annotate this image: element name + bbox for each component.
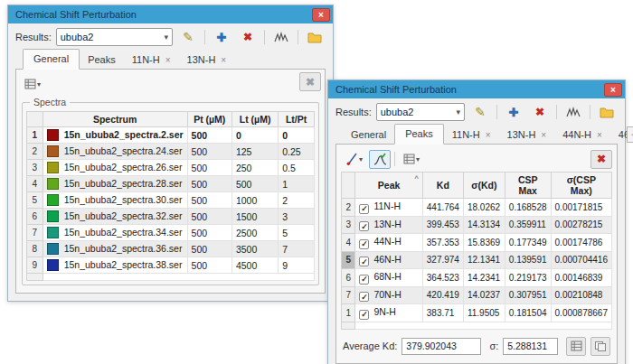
table-row[interactable]: 1 15n_ububa2_spectra.2.ser 500 0 0 bbox=[27, 127, 315, 144]
show-peaks-button[interactable] bbox=[270, 28, 292, 47]
tab-11n-h[interactable]: 11N-H× bbox=[444, 126, 499, 144]
chevron-down-icon: ▾ bbox=[416, 155, 420, 163]
table-row[interactable]: 7 15n_ububa2_spectra.34.ser 500 2500 5 bbox=[27, 225, 315, 241]
results-combobox[interactable]: ububa2 ▾ bbox=[56, 28, 173, 46]
peak-name: 9N-H bbox=[373, 306, 396, 317]
table-row[interactable]: 8 15n_ububa2_spectra.36.ser 500 3500 7 bbox=[27, 241, 315, 257]
average-kd-field[interactable]: 379.902043 bbox=[402, 338, 481, 355]
row-number[interactable]: 2 bbox=[27, 144, 43, 160]
panel-toolbar: ▾ ▾ ✖ bbox=[341, 148, 612, 170]
peak-name: 13N-H bbox=[373, 219, 401, 229]
row-number[interactable]: 2 bbox=[342, 199, 355, 217]
table-view-button[interactable] bbox=[566, 337, 586, 356]
table-menu-button[interactable]: ▾ bbox=[22, 75, 43, 94]
titlebar[interactable]: Chemical Shift Perturbation × bbox=[8, 5, 333, 23]
row-number-current[interactable]: 5 bbox=[342, 251, 355, 269]
col-header-lt[interactable]: Lt (µM) bbox=[231, 112, 278, 127]
row-number[interactable]: 8 bbox=[27, 241, 43, 257]
tab-general[interactable]: General bbox=[23, 49, 80, 70]
row-number[interactable]: 7 bbox=[342, 286, 355, 304]
sigma-field[interactable]: 5.288131 bbox=[503, 338, 558, 355]
col-header-pt[interactable]: Pt (µM) bbox=[187, 112, 231, 127]
table-row[interactable]: 5 15n_ububa2_spectra.30.ser 500 1000 2 bbox=[27, 192, 315, 209]
col-header-csp-max[interactable]: CSP Max bbox=[505, 173, 551, 199]
table-row[interactable]: 9 15n_ububa2_spectra.38.ser 500 4500 9 bbox=[27, 257, 315, 274]
close-button[interactable]: × bbox=[604, 83, 622, 97]
peak-picker-button[interactable]: ▾ bbox=[341, 150, 366, 169]
table-row[interactable]: 4 ✓44N-H 357.353 15.8369 0.177349 0.0017… bbox=[342, 234, 612, 252]
table-menu-button[interactable]: ▾ bbox=[399, 150, 424, 169]
table-row[interactable]: 5 ✓46N-H 327.974 12.1341 0.139591 0.0007… bbox=[342, 251, 612, 269]
table-row[interactable]: 1 ✓9N-H 383.71 11.9505 0.181504 0.000878… bbox=[342, 304, 612, 322]
row-number[interactable]: 6 bbox=[342, 269, 355, 287]
tab-11n-h[interactable]: 11N-H× bbox=[124, 51, 179, 69]
table-row[interactable]: 4 15n_ububa2_spectra.28.ser 500 500 1 bbox=[27, 176, 315, 192]
pick-peaks-button[interactable] bbox=[369, 150, 391, 169]
tab-44n-h[interactable]: 44N-H× bbox=[554, 126, 610, 144]
col-header-sigma-csp-max[interactable]: σ(CSP Max) bbox=[551, 173, 611, 199]
peak-name: 68N-H bbox=[373, 271, 401, 282]
toolbar-separator bbox=[204, 30, 205, 44]
peak-checkbox[interactable]: ✓ bbox=[359, 239, 369, 249]
tab-scroll-left-button[interactable]: ◀ bbox=[627, 126, 633, 143]
peak-checkbox[interactable]: ✓ bbox=[359, 204, 369, 214]
edit-result-button[interactable]: ✎ bbox=[177, 28, 199, 47]
row-number[interactable]: 1 bbox=[342, 304, 355, 322]
csp-max-value: 0.177349 bbox=[505, 234, 551, 252]
tab-13n-h[interactable]: 13N-H× bbox=[179, 51, 235, 69]
add-result-button[interactable]: ✚ bbox=[211, 28, 232, 47]
peak-checkbox[interactable]: ✓ bbox=[359, 257, 369, 266]
edit-result-button[interactable]: ✎ bbox=[469, 103, 491, 122]
table-row[interactable]: 3 ✓13N-H 399.453 14.3134 0.359911 0.0027… bbox=[342, 216, 612, 234]
tab-close-icon[interactable]: × bbox=[221, 55, 226, 65]
table-row[interactable]: 7 ✓70N-H 420.419 14.0237 0.307951 0.0021… bbox=[342, 286, 612, 304]
open-folder-button[interactable] bbox=[304, 28, 326, 47]
table-row[interactable]: 3 15n_ububa2_spectra.26.ser 500 250 0.5 bbox=[27, 160, 315, 176]
row-number[interactable]: 9 bbox=[27, 257, 43, 274]
row-number[interactable]: 7 bbox=[27, 225, 43, 241]
results-combobox[interactable]: ububa2 ▾ bbox=[376, 103, 465, 121]
tab-close-icon[interactable]: × bbox=[165, 55, 171, 65]
tab-46n-h[interactable]: 46N bbox=[610, 126, 627, 144]
tab-general[interactable]: General bbox=[343, 126, 394, 144]
results-row: Results: ububa2 ▾ ✎ ✚ ✖ bbox=[8, 23, 333, 50]
table-row[interactable]: 2 15n_ububa2_spectra.24.ser 500 125 0.25 bbox=[27, 144, 315, 160]
table-row[interactable]: 6 15n_ububa2_spectra.32.ser 500 1500 3 bbox=[27, 209, 315, 225]
peak-checkbox[interactable]: ✓ bbox=[359, 275, 369, 285]
row-number[interactable]: 4 bbox=[27, 176, 43, 192]
col-header-peak[interactable]: Peak^ bbox=[355, 173, 422, 199]
tab-close-icon[interactable]: × bbox=[486, 130, 491, 140]
close-button[interactable]: × bbox=[312, 8, 330, 22]
table-row[interactable]: 2 ✓11N-H 441.764 18.0262 0.168528 0.0017… bbox=[342, 199, 612, 217]
row-number[interactable]: 3 bbox=[27, 160, 43, 176]
add-result-button[interactable]: ✚ bbox=[503, 103, 524, 122]
tab-peaks[interactable]: Peaks bbox=[80, 51, 124, 69]
delete-peak-button[interactable]: ✖ bbox=[590, 150, 612, 169]
titlebar[interactable]: Chemical Shift Perturbation × bbox=[328, 80, 625, 98]
col-header-spectrum[interactable]: Spectrum bbox=[43, 112, 187, 127]
tab-13n-h[interactable]: 13N-H× bbox=[499, 126, 555, 144]
open-folder-button[interactable] bbox=[596, 103, 618, 122]
delete-result-button[interactable]: ✖ bbox=[237, 28, 259, 47]
row-number[interactable]: 1 bbox=[27, 127, 43, 144]
tab-close-icon[interactable]: × bbox=[541, 130, 546, 140]
remove-button-disabled[interactable]: ✖ bbox=[299, 72, 321, 91]
col-header-kd[interactable]: Kd bbox=[422, 173, 463, 199]
tab-peaks[interactable]: Peaks bbox=[394, 124, 444, 145]
tab-close-icon[interactable]: × bbox=[597, 130, 602, 140]
col-header-sigma-kd[interactable]: σ(Kd) bbox=[463, 173, 505, 199]
row-number[interactable]: 3 bbox=[342, 216, 355, 234]
peak-checkbox[interactable]: ✓ bbox=[359, 310, 369, 320]
delete-result-button[interactable]: ✖ bbox=[529, 103, 551, 122]
peak-checkbox[interactable]: ✓ bbox=[359, 292, 369, 302]
col-header-ltpt[interactable]: Lt/Pt bbox=[279, 112, 315, 127]
row-number[interactable]: 4 bbox=[342, 234, 355, 252]
copy-button[interactable] bbox=[590, 337, 610, 356]
show-peaks-button[interactable] bbox=[562, 103, 584, 122]
delete-icon: ✖ bbox=[306, 76, 315, 89]
spectrum-name: 15n_ububa2_spectra.36.ser bbox=[64, 243, 183, 254]
row-number[interactable]: 5 bbox=[27, 192, 43, 209]
table-row[interactable]: 6 ✓68N-H 364.523 14.2341 0.219173 0.0014… bbox=[342, 269, 612, 287]
row-number[interactable]: 6 bbox=[27, 209, 43, 225]
peak-checkbox[interactable]: ✓ bbox=[359, 221, 369, 231]
